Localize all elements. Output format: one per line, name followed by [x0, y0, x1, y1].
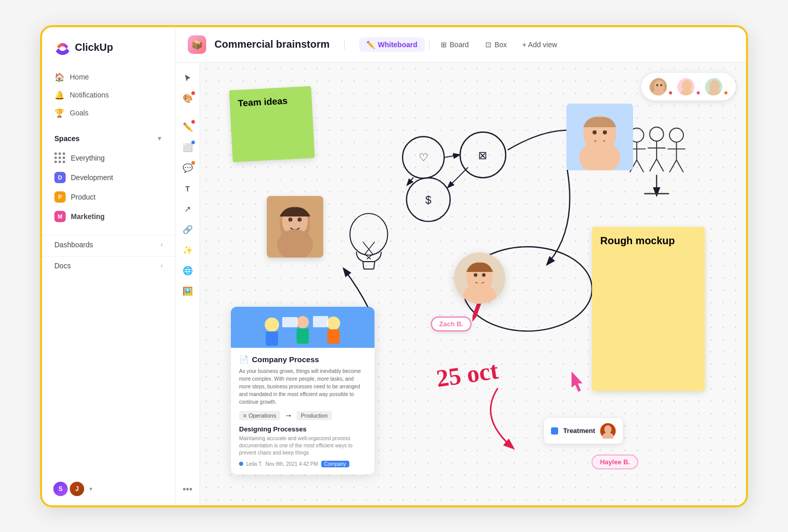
sticky-note-yellow[interactable]: Rough mockup	[592, 227, 705, 391]
tool-pencil[interactable]: ✏️	[179, 118, 197, 136]
badge-haylee[interactable]: Haylee B.	[592, 455, 638, 469]
date-text: 25 oct	[435, 356, 500, 392]
cursor-icon	[184, 74, 192, 82]
add-view-label: + Add view	[522, 41, 557, 49]
svg-point-65	[265, 318, 279, 332]
svg-point-2	[460, 132, 506, 178]
tool-image[interactable]: 🖼️	[179, 282, 197, 301]
badge-haylee-label: Haylee B.	[600, 458, 630, 466]
sticky-green-text: Team ideas	[238, 95, 288, 108]
box-icon: ⊡	[485, 41, 491, 49]
tab-board-label: Board	[450, 41, 469, 49]
sidebar-item-product[interactable]: P Product	[48, 188, 169, 206]
doc-footer: Leila T. Nov 8th, 2021 4:42 PM Company	[239, 461, 366, 467]
canvas-toolbar: 🎨 ✏️ ⬜ 💬 T	[175, 63, 200, 505]
tool-palette[interactable]: 🎨	[179, 89, 197, 108]
sidebar-development-label: Development	[71, 173, 113, 182]
avatar-user2[interactable]: J	[69, 481, 85, 497]
sidebar-item-home[interactable]: 🏠 Home	[48, 68, 169, 86]
date-label: 25 oct	[435, 356, 500, 391]
trophy-icon: 🏆	[54, 108, 65, 118]
badge-zach[interactable]: Zach B.	[431, 317, 471, 331]
tool-comment[interactable]: 💬	[179, 159, 197, 178]
tool-more[interactable]: •••	[179, 481, 197, 499]
sticky-note-green[interactable]: Team ideas	[229, 86, 314, 162]
sidebar-docs[interactable]: Docs ›	[42, 256, 175, 275]
person-photo-female-1	[566, 104, 633, 170]
svg-marker-31	[470, 316, 476, 323]
spaces-list: Everything D Development P Product M Mar…	[42, 149, 175, 227]
treatment-card[interactable]: Treatment	[544, 418, 623, 444]
clickup-logo-icon	[54, 40, 71, 56]
treatment-icon	[551, 427, 558, 435]
tab-divider1	[429, 40, 429, 50]
tool-arrow[interactable]: ↗	[179, 200, 197, 219]
doc-card-body: 📄 Company Process As your business grows…	[231, 348, 375, 475]
app-container: ClickUp 🏠 Home 🔔 Notifications 🏆 Goals S…	[40, 25, 748, 507]
canvas[interactable]: ♡ ⊠ $	[200, 63, 746, 505]
tab-board[interactable]: ⊞ Board	[434, 37, 476, 52]
sidebar-item-development[interactable]: D Development	[48, 168, 169, 187]
add-view-button[interactable]: + Add view	[516, 37, 563, 52]
svg-point-24	[669, 128, 683, 142]
svg-line-23	[657, 159, 664, 171]
avatar-user1[interactable]: S	[52, 481, 69, 497]
list-icon: ≡	[243, 412, 246, 419]
svg-point-37	[288, 218, 292, 222]
sidebar-item-marketing[interactable]: M Marketing	[48, 207, 169, 226]
image-icon: 🖼️	[183, 286, 193, 296]
doc-section-title: Designing Processes	[239, 425, 366, 433]
sidebar-dashboards[interactable]: Dashboards ›	[42, 235, 175, 254]
tool-globe[interactable]: 🌐	[179, 262, 197, 280]
svg-line-12	[374, 261, 375, 269]
sidebar: ClickUp 🏠 Home 🔔 Notifications 🏆 Goals S…	[42, 27, 175, 505]
sidebar-item-goals[interactable]: 🏆 Goals	[48, 104, 169, 122]
app-name: ClickUp	[75, 42, 113, 53]
canvas-avatar-1	[648, 77, 668, 96]
tool-cursor[interactable]	[179, 69, 197, 87]
tab-whiteboard-label: Whiteboard	[378, 41, 418, 49]
spaces-header[interactable]: Spaces ▼	[54, 132, 163, 145]
svg-point-43	[603, 130, 607, 134]
svg-line-8	[407, 177, 413, 185]
comment-icon: 💬	[183, 163, 193, 173]
chevron-right-icon: ›	[161, 241, 163, 248]
spaces-label: Spaces	[54, 134, 80, 143]
palette-icon: 🎨	[183, 93, 193, 103]
sidebar-nav: 🏠 Home 🔔 Notifications 🏆 Goals	[42, 66, 175, 124]
arrow-right-icon: →	[284, 411, 292, 420]
sidebar-item-everything[interactable]: Everything	[48, 149, 169, 167]
svg-point-53	[660, 84, 662, 86]
palette-dot-red	[191, 91, 195, 95]
tool-connect[interactable]: 🔗	[179, 221, 197, 239]
canvas-wrapper: 🎨 ✏️ ⬜ 💬 T	[175, 63, 746, 505]
connect-icon: 🔗	[183, 225, 193, 234]
treatment-avatar	[600, 423, 616, 439]
tool-ai[interactable]: ✨	[179, 241, 197, 260]
doc-author: Leila T.	[246, 461, 263, 467]
pencil-dot-red	[191, 120, 195, 124]
doc-card-title: 📄 Company Process	[239, 355, 366, 364]
male-face-svg	[267, 196, 323, 258]
female-face-2-svg	[454, 252, 505, 304]
workspace-icon: 📦	[188, 35, 206, 54]
sidebar-product-label: Product	[71, 193, 95, 201]
tab-whiteboard[interactable]: ✏️ Whiteboard	[359, 37, 425, 52]
user-menu-caret[interactable]: ▾	[89, 485, 92, 492]
whiteboard-icon: ✏️	[366, 41, 375, 49]
avatar-status-orange	[723, 90, 728, 95]
tab-box[interactable]: ⊡ Box	[478, 37, 514, 52]
svg-text:$: $	[425, 193, 431, 206]
pencil-icon: ✏️	[183, 122, 193, 132]
svg-point-0	[403, 136, 444, 178]
rectangle-icon: ⬜	[183, 143, 193, 152]
text-icon: T	[185, 185, 190, 193]
chevron-right-icon-docs: ›	[161, 262, 163, 269]
sidebar-notifications-label: Notifications	[70, 91, 109, 99]
tool-rectangle[interactable]: ⬜	[179, 139, 197, 157]
sidebar-item-notifications[interactable]: 🔔 Notifications	[48, 86, 169, 104]
svg-point-52	[656, 84, 658, 86]
svg-rect-70	[327, 329, 340, 344]
tool-text[interactable]: T	[179, 180, 197, 198]
doc-card[interactable]: 📄 Company Process As your business grows…	[231, 307, 375, 475]
